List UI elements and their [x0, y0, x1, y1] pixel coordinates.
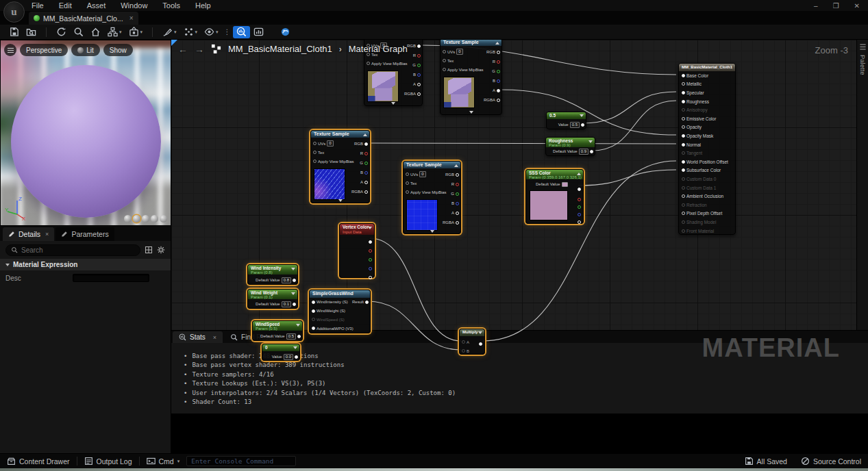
node-constant-05[interactable]: 0.50.5Value	[546, 112, 586, 129]
pin[interactable]	[312, 327, 315, 330]
pin[interactable]	[369, 249, 372, 253]
node-param-wind-intensity[interactable]: Wind IntensityParam (0.8)0.8Default Valu…	[247, 264, 298, 285]
pin[interactable]	[682, 229, 685, 233]
pin[interactable]	[578, 188, 581, 191]
pin[interactable]	[497, 89, 500, 92]
pin[interactable]	[313, 142, 317, 145]
pin[interactable]	[406, 173, 409, 176]
pin[interactable]	[406, 190, 409, 194]
pin[interactable]	[682, 177, 685, 181]
pin[interactable]	[417, 92, 421, 96]
material-graph-canvas[interactable]: Texture SampleUVs0TexApply View MipBiasR…	[171, 40, 856, 370]
more-options-button[interactable]: ⋮	[222, 28, 233, 36]
pin[interactable]	[682, 194, 685, 198]
content-drawer-button[interactable]: Content Drawer	[0, 454, 77, 468]
pin[interactable]	[682, 212, 685, 215]
pin[interactable]	[497, 79, 500, 83]
breadcrumb-root[interactable]: MM_BasicMaterial_Cloth1	[228, 44, 332, 54]
node-texture-sample-normal[interactable]: Texture SampleUVs0TexApply View MipBiasR…	[310, 130, 370, 203]
console-command-input[interactable]	[186, 456, 296, 466]
pin[interactable]	[369, 267, 372, 270]
lit-button[interactable]: Lit	[71, 44, 100, 56]
pin[interactable]	[293, 279, 296, 282]
pin[interactable]	[369, 258, 372, 262]
apply-button[interactable]	[53, 26, 70, 38]
pin[interactable]	[364, 162, 368, 165]
pin[interactable]	[682, 125, 685, 129]
node-constant-0[interactable]: 00.0Value	[262, 344, 300, 361]
pin[interactable]	[578, 205, 581, 209]
pin[interactable]	[682, 91, 685, 94]
pin[interactable]	[581, 123, 584, 127]
menu-tools[interactable]: Tools	[162, 1, 180, 10]
forward-arrow-icon[interactable]: →	[195, 44, 204, 54]
pin[interactable]	[479, 342, 482, 346]
pin[interactable]	[417, 44, 421, 48]
pin[interactable]	[312, 301, 315, 304]
all-saved-button[interactable]: All Saved	[738, 457, 794, 466]
show-button[interactable]: Show	[103, 44, 133, 56]
pin[interactable]	[456, 221, 459, 225]
menu-help[interactable]: Help	[195, 1, 211, 10]
pin[interactable]	[682, 82, 685, 86]
palette-sidebar-tab[interactable]: Palette	[856, 40, 868, 370]
pin[interactable]	[462, 340, 465, 344]
pin[interactable]	[295, 355, 298, 359]
menu-asset[interactable]: Asset	[87, 1, 106, 10]
plane-mesh-button[interactable]	[142, 215, 149, 222]
pin[interactable]	[313, 151, 317, 154]
node-param-wind-weight[interactable]: Wind WeightParam (0.1)0.1Default Value	[247, 289, 298, 309]
pin[interactable]	[456, 212, 459, 215]
pin[interactable]	[406, 181, 409, 185]
pin[interactable]	[369, 276, 372, 279]
pin[interactable]	[497, 60, 500, 64]
node-param-sss-color[interactable]: SSS ColorParam (0.359,0.167,0.326,1)Defa…	[525, 169, 584, 224]
node-simple-grass-wind[interactable]: SimpleGrassWindWindIntensity (S)WindWeig…	[309, 290, 371, 333]
restore-button[interactable]: ❐	[833, 2, 839, 10]
pin[interactable]	[456, 183, 459, 186]
unreal-logo-icon[interactable]: u	[3, 1, 25, 23]
pin[interactable]	[462, 349, 465, 353]
pin[interactable]	[293, 303, 296, 306]
pin[interactable]	[369, 240, 372, 244]
pin[interactable]	[417, 64, 421, 67]
pin[interactable]	[682, 134, 685, 138]
clean-graph-button[interactable]: ▾	[159, 26, 180, 38]
asset-tab-material[interactable]: MM_BasicMaterial_Clo... ×	[29, 12, 138, 25]
search-input[interactable]	[21, 246, 135, 254]
platform-stats-button[interactable]	[250, 26, 267, 38]
menu-file[interactable]: File	[32, 1, 44, 10]
close-button[interactable]: ✕	[854, 2, 860, 10]
node-param-windspeed[interactable]: WindSpeedParam (0.5)0.5Default Value	[252, 320, 303, 341]
tab-close-icon[interactable]: ×	[129, 14, 134, 22]
menu-window[interactable]: Window	[121, 1, 147, 10]
pin[interactable]	[443, 50, 446, 53]
pin[interactable]	[682, 168, 685, 172]
pin[interactable]	[590, 150, 593, 153]
source-control-button[interactable]: Source Control	[794, 457, 868, 466]
node-texture-sample-mask[interactable]: Texture SampleUVs0TexApply View MipBiasR…	[403, 161, 461, 234]
pin[interactable]	[364, 181, 368, 184]
pin[interactable]	[443, 59, 446, 62]
gear-icon[interactable]	[157, 246, 165, 254]
custom-mesh-button[interactable]	[160, 215, 167, 222]
pin[interactable]	[578, 198, 581, 201]
search-button[interactable]	[70, 26, 87, 38]
pin[interactable]	[443, 68, 446, 71]
pin[interactable]	[682, 186, 685, 190]
stats-button[interactable]	[233, 26, 250, 38]
sphere-mesh-button[interactable]	[133, 215, 140, 222]
pin[interactable]	[364, 171, 368, 175]
shader-complexity-button[interactable]	[277, 26, 294, 38]
pin[interactable]	[497, 70, 500, 73]
save-button[interactable]	[5, 26, 23, 38]
pin[interactable]	[456, 192, 459, 196]
pin[interactable]	[417, 83, 421, 86]
live-update-button[interactable]: ▾	[125, 26, 147, 38]
pin[interactable]	[682, 160, 685, 164]
pin[interactable]	[364, 190, 368, 194]
section-material-expression[interactable]: Material Expression	[0, 259, 171, 270]
pin[interactable]	[417, 54, 421, 58]
details-tab-close-icon[interactable]: ×	[45, 231, 49, 238]
home-button[interactable]	[87, 26, 104, 38]
